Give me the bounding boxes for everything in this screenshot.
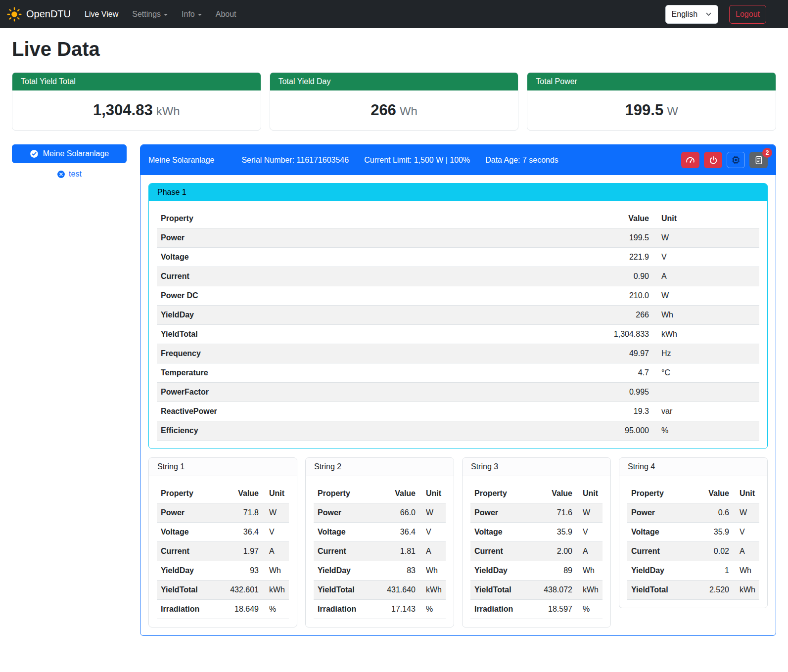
summary-card: Total Yield Day 266Wh [270,72,519,131]
inverter-select-button[interactable]: Meine Solaranlage [12,144,127,163]
unit-cell: A [263,542,289,561]
inverter-limit: Current Limit: 1,500 W | 100% [364,156,470,165]
summary-unit: W [667,104,678,118]
check-circle-icon [30,149,39,158]
property-cell: Efficiency [157,421,594,441]
event-count-badge: 2 [762,148,772,158]
table-row: Power DC 210.0 W [157,286,759,306]
logout-button[interactable]: Logout [729,5,766,24]
col-header-unit: Unit [419,484,446,503]
value-cell: 2.520 [695,581,733,600]
unit-cell: W [419,503,446,523]
phase-table: Property Value Unit Power 199.5 W Voltag… [157,209,759,441]
value-cell: 17.143 [382,600,419,619]
table-row: Power 71.6 W [470,503,603,523]
property-cell: YieldDay [627,561,695,581]
summary-card-body: 266Wh [270,90,518,130]
language-select[interactable]: English [665,5,718,24]
inverter-serial: Serial Number: 116171603546 [241,156,349,165]
col-header-property: Property [470,484,539,503]
nav-about[interactable]: About [209,6,243,23]
property-cell: Irradiation [314,600,382,619]
property-cell: Current [627,542,695,561]
property-cell: Irradiation [470,600,539,619]
table-row: Power 0.6 W [627,503,759,523]
table-row: Irradiation 17.143 % [314,600,446,619]
property-cell: Current [314,542,382,561]
property-cell: Voltage [157,248,594,267]
app-brand[interactable]: OpenDTU [7,7,71,22]
table-row: Voltage 35.9 V [470,523,603,542]
value-cell: 0.90 [594,267,653,286]
value-cell: 1,304.833 [594,325,653,344]
property-cell: PowerFactor [157,383,594,402]
device-info-button[interactable] [727,152,745,168]
navbar-right: English Logout [665,5,781,24]
property-cell: Frequency [157,344,594,363]
table-row: Efficiency 95.000 % [157,421,759,441]
table-row: PowerFactor 0.995 [157,383,759,402]
value-cell: 35.9 [539,523,576,542]
phase-card: Phase 1 Property Value Unit Power 199.5 … [148,183,768,449]
unit-cell: kWh [263,581,289,600]
col-header-unit: Unit [263,484,289,503]
col-header-value: Value [382,484,419,503]
unit-cell [653,383,759,402]
property-cell: YieldDay [157,561,225,581]
property-cell: YieldTotal [157,581,225,600]
nav-settings-label: Settings [132,10,161,18]
summary-card-title: Total Yield Total [12,73,261,90]
inverter-list-item[interactable]: test [12,170,127,179]
property-cell: Current [157,267,594,286]
table-header-row: Property Value Unit [314,484,446,503]
value-cell: 1.97 [225,542,263,561]
unit-cell: W [733,503,759,523]
col-header-unit: Unit [733,484,759,503]
col-header-value: Value [225,484,263,503]
inverter-name: Meine Solaranlage [148,156,214,165]
property-cell: YieldTotal [157,325,594,344]
event-log-button[interactable]: 2 [749,152,768,168]
unit-cell: kWh [653,325,759,344]
string-card: String 4 Property Value Unit Power 0.6 W… [619,457,768,608]
nav-info[interactable]: Info [175,6,209,23]
nav-settings[interactable]: Settings [125,6,175,23]
value-cell: 18.597 [539,600,576,619]
x-circle-icon [57,170,65,179]
value-cell: 1.81 [382,542,419,561]
limit-settings-button[interactable] [681,152,699,168]
summary-unit: Wh [400,104,417,118]
summary-value: 1,304.83 [93,101,153,119]
table-row: YieldTotal 432.601 kWh [157,581,289,600]
value-cell: 71.6 [539,503,576,523]
table-row: YieldDay 266 Wh [157,306,759,325]
strings-row: String 1 Property Value Unit Power 71.8 … [148,457,768,627]
property-cell: YieldTotal [314,581,382,600]
nav-info-label: Info [182,10,195,18]
property-cell: Current [470,542,539,561]
property-cell: Power [157,228,594,248]
caret-down-icon [164,14,168,16]
table-row: Power 71.8 W [157,503,289,523]
value-cell: 221.9 [594,248,653,267]
summary-value: 199.5 [625,101,664,119]
unit-cell: kWh [419,581,446,600]
table-row: Power 66.0 W [314,503,446,523]
value-cell: 0.6 [695,503,733,523]
property-cell: YieldTotal [470,581,539,600]
col-header-property: Property [314,484,382,503]
string-title: String 2 [306,458,454,476]
unit-cell: var [653,402,759,421]
value-cell: 49.97 [594,344,653,363]
value-cell: 35.9 [695,523,733,542]
unit-cell: W [576,503,603,523]
unit-cell: A [419,542,446,561]
power-toggle-button[interactable] [704,152,722,168]
string-table: Property Value Unit Power 71.6 W Voltage… [470,484,603,619]
value-cell: 36.4 [225,523,263,542]
string-table: Property Value Unit Power 71.8 W Voltage… [157,484,289,619]
table-header-row: Property Value Unit [627,484,759,503]
unit-cell: % [263,600,289,619]
unit-cell: Wh [263,561,289,581]
nav-live-view[interactable]: Live View [78,6,125,23]
